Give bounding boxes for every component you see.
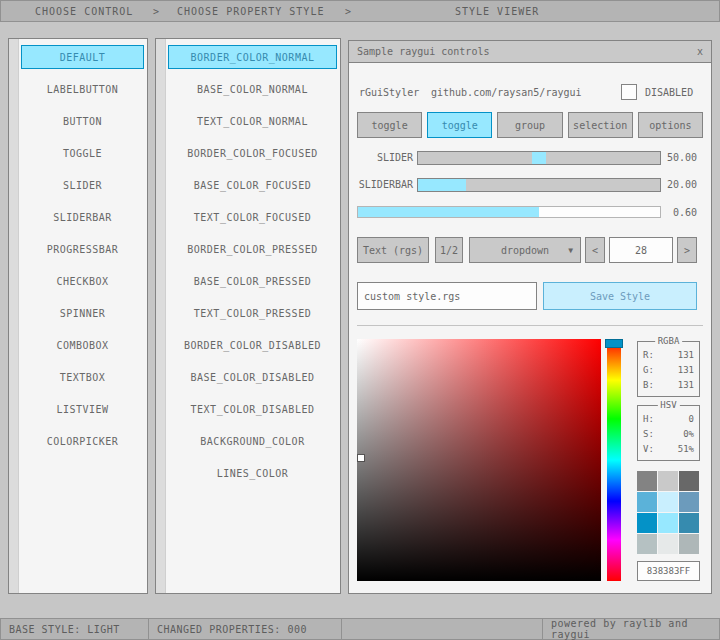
property-list-item[interactable]: TEXT_COLOR_FOCUSED [168,205,337,229]
property-list-item[interactable]: BORDER_COLOR_FOCUSED [168,141,337,165]
control-list-item-label: SPINNER [60,308,106,319]
property-list-item-label: BASE_COLOR_PRESSED [194,276,311,287]
style-color-swatch[interactable] [658,492,678,512]
hsv-row-label: S: [643,427,654,442]
property-list-item[interactable]: BORDER_COLOR_DISABLED [168,333,337,357]
slider-row: SLIDER 50.00 [357,151,703,165]
property-list-item[interactable]: BASE_COLOR_FOCUSED [168,173,337,197]
property-list-item[interactable]: BORDER_COLOR_NORMAL [168,45,337,69]
close-icon[interactable]: x [697,46,703,57]
control-list-item[interactable]: SPINNER [21,301,144,325]
style-color-swatch[interactable] [637,492,657,512]
repo-link[interactable]: github.com/raysan5/raygui [431,87,582,98]
toggle-group-button[interactable]: toggle [427,112,492,138]
spinner-value-box[interactable]: 28 [609,237,673,263]
sliderbar-track[interactable] [417,178,661,192]
style-color-swatch[interactable] [637,513,657,533]
hue-cursor[interactable] [605,339,623,348]
property-list-item[interactable]: TEXT_COLOR_DISABLED [168,397,337,421]
rgba-group-title: RGBA [655,336,683,346]
rgba-row-label: R: [643,348,654,363]
hue-bar[interactable] [607,339,621,581]
toggle-group-button[interactable]: toggle [357,112,422,138]
top-navigation-bar: CHOOSE CONTROL > CHOOSE PROPERTY STYLE >… [0,0,720,22]
progressbar-value: 0.60 [665,207,697,218]
chevron-down-icon: ▼ [568,246,573,255]
hex-color-box[interactable]: 838383FF [637,561,700,581]
control-list-item-label: PROGRESSBAR [47,244,119,255]
dropdown-selected-value: dropdown [501,245,549,256]
property-list-item[interactable]: TEXT_COLOR_PRESSED [168,301,337,325]
properties-list-scrollbar[interactable] [156,39,166,593]
hex-color-value: 838383FF [647,566,690,576]
spinner-decrement-button[interactable]: < [585,237,605,263]
toggle-group-button-label: group [515,120,545,131]
control-list-item[interactable]: LABELBUTTON [21,77,144,101]
filename-input[interactable] [357,282,537,310]
control-list-item[interactable]: SLIDERBAR [21,205,144,229]
status-bar: BASE STYLE: LIGHT CHANGED PROPERTIES: 00… [0,618,720,640]
toggle-group-button[interactable]: group [497,112,562,138]
hsv-row: V: 51% [643,442,694,457]
control-list-item[interactable]: SLIDER [21,173,144,197]
control-list-item-label: COMBOBOX [56,340,108,351]
step-choose-control: CHOOSE CONTROL [35,6,133,17]
property-list-item[interactable]: BACKGROUND_COLOR [168,429,337,453]
controls-list-scrollbar[interactable] [9,39,19,593]
control-list-item[interactable]: PROGRESSBAR [21,237,144,261]
misc-controls-row: Text (rgs) 1/2 dropdown ▼ < 28 > [357,237,703,263]
control-list-item-label: CHECKBOX [56,276,108,287]
property-list-item-label: BORDER_COLOR_FOCUSED [187,148,317,159]
property-list-item-label: BORDER_COLOR_PRESSED [187,244,317,255]
sliderbar-fill [418,179,466,191]
style-color-swatch[interactable] [637,534,657,554]
section-divider [357,325,703,326]
property-list-item-label: TEXT_COLOR_DISABLED [191,404,315,415]
property-list-item[interactable]: BORDER_COLOR_PRESSED [168,237,337,261]
style-color-swatch[interactable] [658,534,678,554]
hsv-row-label: H: [643,412,654,427]
text-rgs-button[interactable]: Text (rgs) [357,237,429,263]
progressbar-row: 0.60 [357,206,703,218]
dropdown-select[interactable]: dropdown ▼ [469,237,581,263]
rgba-row: R: 131 [643,348,694,363]
step-style-viewer: STYLE VIEWER [455,6,539,17]
property-list-item[interactable]: BASE_COLOR_NORMAL [168,77,337,101]
color-picker-gradient[interactable] [357,339,601,581]
style-color-swatch[interactable] [679,534,699,554]
control-list-item[interactable]: COMBOBOX [21,333,144,357]
control-list-item[interactable]: CHECKBOX [21,269,144,293]
toggle-group-button[interactable]: selection [568,112,633,138]
style-color-swatch[interactable] [658,471,678,491]
half-button[interactable]: 1/2 [435,237,463,263]
control-list-item[interactable]: DEFAULT [21,45,144,69]
slider-track[interactable] [417,151,661,165]
control-list-item[interactable]: LISTVIEW [21,397,144,421]
style-color-swatch[interactable] [658,513,678,533]
color-picker-cursor[interactable] [358,455,364,461]
control-list-item[interactable]: COLORPICKER [21,429,144,453]
controls-list: DEFAULT LABELBUTTON BUTTON TOGGLE SLIDER… [21,45,144,461]
property-list-item[interactable]: BASE_COLOR_DISABLED [168,365,337,389]
control-list-item[interactable]: TEXTBOX [21,365,144,389]
spinner-increment-icon: > [684,245,690,256]
property-list-item[interactable]: BASE_COLOR_PRESSED [168,269,337,293]
save-style-button[interactable]: Save Style [543,282,697,310]
toggle-group-button[interactable]: options [638,112,703,138]
property-list-item[interactable]: LINES_COLOR [168,461,337,485]
property-list-item[interactable]: TEXT_COLOR_NORMAL [168,109,337,133]
control-list-item[interactable]: TOGGLE [21,141,144,165]
disabled-checkbox[interactable] [621,84,637,100]
slider-handle[interactable] [532,152,546,164]
property-list-item-label: TEXT_COLOR_PRESSED [194,308,311,319]
half-button-label: 1/2 [440,245,458,256]
control-list-item[interactable]: BUTTON [21,109,144,133]
spinner-increment-button[interactable]: > [677,237,697,263]
chevron-separator-icon: > [153,6,160,17]
style-color-swatch[interactable] [679,471,699,491]
window-titlebar[interactable]: Sample raygui controls x [349,41,711,63]
spinner-value: 28 [635,245,647,256]
style-color-swatch[interactable] [679,513,699,533]
style-color-swatch[interactable] [679,492,699,512]
style-color-swatch[interactable] [637,471,657,491]
